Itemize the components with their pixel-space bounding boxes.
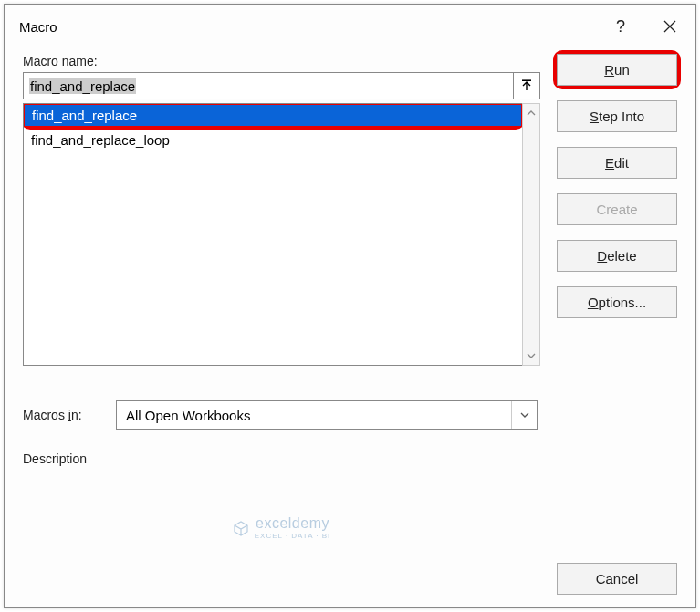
collapse-icon — [520, 79, 533, 92]
macro-dialog: Macro ? Macro name: find_and_replace — [4, 4, 696, 608]
macro-name-label: Macro name: — [23, 54, 540, 68]
macro-listbox[interactable]: find_and_replace find_and_replace_loop — [23, 103, 522, 366]
chevron-down-icon — [519, 410, 530, 420]
callout-selected-macro: find_and_replace — [23, 103, 522, 130]
watermark-text: exceldemy — [256, 515, 329, 531]
macros-in-dropdown[interactable]: All Open Workbooks — [116, 400, 538, 430]
close-icon — [663, 19, 677, 34]
watermark: exceldemy EXCEL · DATA · BI — [23, 515, 540, 540]
list-item[interactable]: find_and_replace — [25, 105, 521, 126]
scroll-up-icon[interactable] — [523, 104, 539, 122]
create-button: Create — [557, 193, 677, 225]
collapse-dialog-button[interactable] — [513, 72, 540, 99]
dropdown-button[interactable] — [511, 401, 537, 429]
dropdown-value: All Open Workbooks — [117, 408, 511, 423]
help-button[interactable]: ? — [597, 5, 644, 48]
step-into-button[interactable]: Step Into — [557, 100, 677, 132]
macro-name-input[interactable]: find_and_replace — [23, 72, 513, 99]
edit-button[interactable]: Edit — [557, 147, 677, 179]
watermark-subtext: EXCEL · DATA · BI — [255, 532, 331, 540]
delete-button[interactable]: Delete — [557, 240, 677, 272]
scroll-down-icon[interactable] — [523, 347, 539, 365]
scroll-track[interactable] — [523, 122, 539, 347]
description-label: Description — [23, 451, 540, 466]
listbox-scrollbar[interactable] — [522, 103, 540, 366]
run-button[interactable]: Run — [557, 54, 677, 86]
close-button[interactable] — [644, 5, 695, 48]
options-button[interactable]: Options... — [557, 286, 677, 318]
dialog-title: Macro — [19, 19, 597, 35]
list-item[interactable]: find_and_replace_loop — [24, 130, 522, 150]
callout-run-button: Run — [553, 50, 681, 89]
titlebar: Macro ? — [5, 5, 695, 48]
cancel-button[interactable]: Cancel — [557, 563, 677, 595]
macros-in-label: Macros in: — [23, 408, 99, 422]
watermark-icon — [233, 520, 249, 536]
